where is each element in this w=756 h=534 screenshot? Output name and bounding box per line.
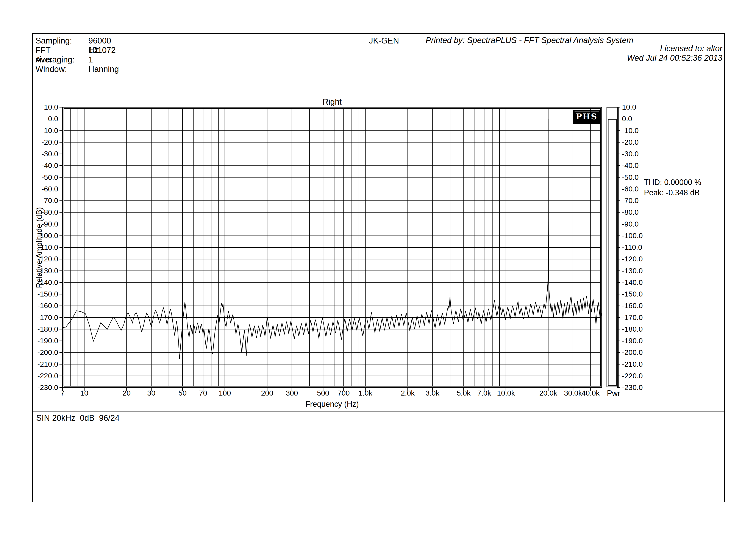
y-tick-label-right: -200.0 (622, 348, 643, 357)
y-tick-label-left: -190.0 (26, 337, 58, 345)
y-tick-label-right: -50.0 (622, 173, 639, 182)
y-tick-label-right: -80.0 (622, 208, 639, 216)
y-tick-label-right: -30.0 (622, 150, 639, 158)
y-tick-label-left: -230.0 (26, 383, 58, 392)
x-tick-label: 300 (286, 389, 298, 397)
y-tick-label-right: -160.0 (622, 301, 643, 310)
y-tick-label-right: -10.0 (622, 126, 639, 135)
y-tick-label-right: -40.0 (622, 161, 639, 170)
x-tick-label: 10.0k (497, 389, 515, 397)
y-tick-label-left: -180.0 (26, 325, 58, 333)
y-tick-label-right: -20.0 (622, 138, 639, 146)
y-tick-label-right: -120.0 (622, 255, 643, 263)
y-tick-label-left: -140.0 (26, 278, 58, 287)
x-tick-label: 20 (122, 389, 131, 397)
y-tick-label-right: -190.0 (622, 337, 643, 345)
y-tick-label-left: -80.0 (26, 208, 58, 216)
y-tick-label-left: -40.0 (26, 161, 58, 170)
y-tick-label-left: -60.0 (26, 185, 58, 193)
y-tick-label-left: -200.0 (26, 348, 58, 357)
y-tick-label-left: -110.0 (26, 243, 58, 251)
x-tick-label: 30.0k (564, 389, 582, 397)
y-tick-label-right: -70.0 (622, 196, 639, 205)
y-tick-label-right: -100.0 (622, 232, 643, 240)
y-tick-label-right: -230.0 (622, 383, 643, 392)
spectrum-trace (63, 119, 602, 359)
x-tick-label: 50 (178, 389, 187, 397)
x-tick-label: 3.0k (426, 389, 440, 397)
y-tick-label-left: -20.0 (26, 138, 58, 146)
x-tick-label: 100 (219, 389, 231, 397)
y-tick-label-left: -10.0 (26, 126, 58, 135)
y-tick-label-right: -110.0 (622, 243, 642, 251)
y-tick-label-left: -160.0 (26, 301, 58, 310)
y-tick-label-left: 10.0 (26, 103, 58, 111)
x-tick-label: 700 (338, 389, 350, 397)
x-tick-label: 70 (199, 389, 207, 397)
y-tick-label-right: 0.0 (622, 114, 632, 123)
y-tick-label-left: -150.0 (26, 290, 58, 298)
y-tick-label-right: -90.0 (622, 220, 639, 228)
x-tick-label: 500 (317, 389, 329, 397)
y-tick-label-right: -220.0 (622, 372, 643, 380)
x-tick-label: 20.0k (539, 389, 557, 397)
x-tick-label: 5.0k (457, 389, 471, 397)
y-tick-label-right: -130.0 (622, 267, 643, 275)
y-tick-label-left: -100.0 (26, 232, 58, 240)
y-tick-label-left: -30.0 (26, 150, 58, 158)
y-tick-label-right: -180.0 (622, 325, 643, 333)
y-tick-label-left: -210.0 (26, 360, 58, 369)
y-tick-label-left: -220.0 (26, 372, 58, 380)
y-tick-label-left: -50.0 (26, 173, 58, 182)
y-tick-label-right: -140.0 (622, 278, 643, 287)
y-tick-label-left: -70.0 (26, 196, 58, 205)
pwr-meter-bar (608, 119, 616, 386)
x-tick-label: 1.0k (358, 389, 372, 397)
y-tick-label-left: -170.0 (26, 313, 58, 322)
x-tick-label: 7 (61, 389, 65, 397)
y-tick-label-left: 0.0 (26, 114, 58, 123)
x-tick-label: 200 (261, 389, 273, 397)
y-tick-label-left: -90.0 (26, 220, 58, 228)
x-tick-label: 10 (80, 389, 88, 397)
x-tick-label: 2.0k (401, 389, 415, 397)
x-tick-label: 30 (147, 389, 155, 397)
y-tick-label-right: -60.0 (622, 185, 639, 193)
y-tick-label-right: -210.0 (622, 360, 643, 369)
x-tick-label: 7.0k (477, 389, 491, 397)
y-tick-label-right: -170.0 (622, 313, 643, 322)
x-tick-label: 40.0k (582, 389, 600, 397)
y-tick-label-right: -150.0 (622, 290, 643, 298)
y-tick-label-left: -130.0 (26, 267, 58, 275)
y-tick-label-left: -120.0 (26, 255, 58, 263)
y-tick-label-right: 10.0 (622, 103, 636, 111)
